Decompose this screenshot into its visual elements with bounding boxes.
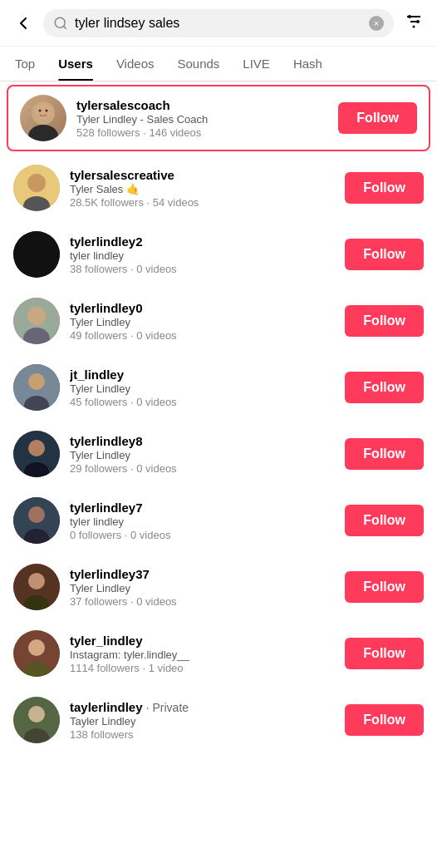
user-item[interactable]: tylerlindley7tyler lindley0 followers · …: [0, 487, 437, 554]
follow-button[interactable]: Follow: [345, 172, 424, 204]
svg-point-10: [39, 110, 42, 112]
username: tyler_lindley: [70, 634, 335, 648]
user-stats: 37 followers · 0 videos: [70, 595, 335, 608]
user-info: tylersalescreativeTyler Sales 🤙28.5K fol…: [70, 168, 335, 209]
tab-users[interactable]: Users: [47, 47, 105, 81]
user-item[interactable]: jt_lindleyTyler Lindley45 followers · 0 …: [0, 354, 437, 421]
follow-button[interactable]: Follow: [345, 372, 424, 403]
display-name: Instagram: tyler.lindley__: [70, 649, 335, 661]
avatar: [13, 431, 60, 477]
user-info: tylerlindley2tyler lindley38 followers ·…: [70, 234, 335, 275]
svg-point-35: [28, 706, 45, 723]
svg-point-0: [55, 17, 65, 27]
search-bar: ×: [43, 9, 394, 37]
user-item[interactable]: tylersalescoachTyler Lindley - Sales Coa…: [7, 85, 430, 151]
svg-point-13: [27, 174, 46, 192]
username: tylerlindley37: [70, 567, 335, 581]
display-name: tyler lindley: [70, 515, 335, 528]
svg-point-23: [28, 440, 45, 456]
user-info: taylerlindley · PrivateTayler Lindley138…: [70, 700, 335, 741]
svg-point-29: [28, 573, 45, 589]
avatar: [20, 95, 66, 141]
user-info: tylerlindley7tyler lindley0 followers · …: [70, 501, 335, 541]
avatar: [13, 364, 60, 411]
user-stats: 138 followers: [70, 728, 335, 741]
display-name: Tyler Lindley: [70, 382, 335, 395]
avatar: [13, 165, 60, 211]
user-stats: 28.5K followers · 54 videos: [70, 196, 335, 209]
clear-button[interactable]: ×: [369, 16, 384, 31]
username: tylersalescoach: [76, 98, 328, 112]
username: taylerlindley · Private: [70, 700, 335, 714]
svg-point-6: [416, 20, 420, 23]
filter-button[interactable]: [400, 8, 427, 37]
user-item[interactable]: tylerlindley37Tyler Lindley37 followers …: [0, 554, 437, 620]
tab-top[interactable]: Top: [3, 47, 47, 81]
follow-button[interactable]: Follow: [345, 638, 424, 669]
header: ×: [0, 0, 437, 47]
user-item[interactable]: tylersalescreativeTyler Sales 🤙28.5K fol…: [0, 155, 437, 221]
display-name: Tyler Sales 🤙: [70, 183, 335, 195]
avatar: [13, 231, 60, 278]
avatar: [13, 298, 60, 344]
svg-point-5: [408, 15, 411, 18]
display-name: Tyler Lindley: [70, 582, 335, 594]
user-info: tyler_lindleyInstagram: tyler.lindley__1…: [70, 634, 335, 674]
follow-button[interactable]: Follow: [345, 305, 424, 337]
svg-point-17: [27, 307, 46, 325]
username: tylerlindley7: [70, 501, 335, 515]
user-list: tylersalescoachTyler Lindley - Sales Coa…: [0, 85, 437, 753]
user-stats: 29 followers · 0 videos: [70, 462, 335, 475]
user-item[interactable]: taylerlindley · PrivateTayler Lindley138…: [0, 687, 437, 753]
svg-point-26: [28, 506, 45, 523]
user-item[interactable]: tylerlindley2tyler lindley38 followers ·…: [0, 221, 437, 288]
user-item[interactable]: tyler_lindleyInstagram: tyler.lindley__1…: [0, 620, 437, 687]
user-item[interactable]: tylerlindley8Tyler Lindley29 followers ·…: [0, 421, 437, 487]
user-stats: 528 followers · 146 videos: [76, 126, 328, 139]
search-icon: [53, 16, 68, 31]
svg-point-15: [13, 231, 60, 278]
svg-point-32: [28, 639, 45, 656]
filter-icon: [404, 12, 424, 32]
follow-button[interactable]: Follow: [345, 239, 424, 270]
display-name: Tyler Lindley - Sales Coach: [76, 113, 328, 126]
display-name: Tayler Lindley: [70, 715, 335, 727]
user-stats: 45 followers · 0 videos: [70, 396, 335, 408]
tab-live[interactable]: LIVE: [231, 47, 282, 81]
follow-button[interactable]: Follow: [338, 102, 417, 134]
follow-button[interactable]: Follow: [345, 438, 424, 470]
svg-point-8: [28, 125, 58, 141]
user-info: jt_lindleyTyler Lindley45 followers · 0 …: [70, 367, 335, 408]
user-stats: 0 followers · 0 videos: [70, 529, 335, 541]
user-stats: 1114 followers · 1 video: [70, 662, 335, 674]
username: tylerlindley8: [70, 434, 335, 448]
username: tylerlindley0: [70, 301, 335, 315]
search-input[interactable]: [75, 16, 362, 31]
tab-hashtags[interactable]: Hash: [282, 47, 334, 81]
tabs-bar: Top Users Videos Sounds LIVE Hash: [0, 47, 437, 81]
back-button[interactable]: [10, 10, 37, 37]
username: tylerlindley2: [70, 234, 335, 249]
display-name: tyler lindley: [70, 249, 335, 262]
svg-point-20: [28, 373, 45, 390]
user-item[interactable]: tylerlindley0Tyler Lindley49 followers ·…: [0, 288, 437, 354]
follow-button[interactable]: Follow: [345, 571, 424, 603]
user-info: tylerlindley37Tyler Lindley37 followers …: [70, 567, 335, 608]
user-stats: 49 followers · 0 videos: [70, 329, 335, 342]
follow-button[interactable]: Follow: [345, 704, 424, 736]
avatar: [13, 564, 60, 610]
svg-point-9: [35, 103, 52, 120]
avatar: [13, 697, 60, 743]
username: jt_lindley: [70, 367, 335, 382]
tab-videos[interactable]: Videos: [105, 47, 166, 81]
display-name: Tyler Lindley: [70, 316, 335, 328]
user-info: tylerlindley0Tyler Lindley49 followers ·…: [70, 301, 335, 342]
avatar: [13, 497, 60, 544]
display-name: Tyler Lindley: [70, 449, 335, 461]
tab-sounds[interactable]: Sounds: [165, 47, 231, 81]
username: tylersalescreative: [70, 168, 335, 182]
follow-button[interactable]: Follow: [345, 505, 424, 536]
avatar: [13, 630, 60, 677]
user-info: tylersalescoachTyler Lindley - Sales Coa…: [76, 98, 328, 139]
user-stats: 38 followers · 0 videos: [70, 263, 335, 275]
